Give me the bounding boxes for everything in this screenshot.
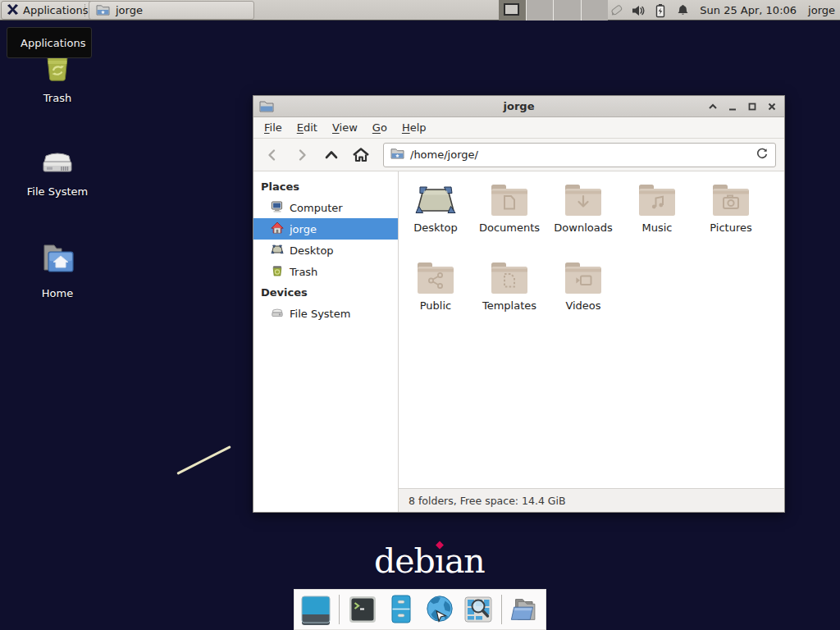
- sidebar-item-filesystem[interactable]: File System: [253, 303, 398, 324]
- desktop-mini-icon: [271, 243, 284, 258]
- file-item-label: Templates: [482, 299, 536, 312]
- show-desktop-icon[interactable]: [300, 594, 331, 625]
- sidebar-item-computer[interactable]: Computer: [253, 197, 398, 218]
- location-bar[interactable]: /home/jorge/: [383, 143, 776, 167]
- main-pane: Desktop Documents: [399, 171, 784, 512]
- window-titlebar[interactable]: jorge: [253, 96, 784, 117]
- file-item-videos[interactable]: Videos: [546, 259, 620, 335]
- panel-clock[interactable]: Sun 25 Apr, 10:06: [700, 4, 797, 16]
- file-item-pictures[interactable]: Pictures: [694, 181, 768, 257]
- folder-pictures-icon: [711, 181, 751, 217]
- file-item-label: Pictures: [710, 221, 751, 234]
- reload-button[interactable]: [756, 147, 769, 163]
- applications-tooltip: Applications: [7, 27, 92, 58]
- desktop-icon-home-label: Home: [42, 287, 73, 299]
- sidebar-item-home-label: jorge: [290, 223, 317, 235]
- menu-file[interactable]: File: [257, 117, 290, 138]
- menu-go[interactable]: Go: [365, 117, 395, 138]
- debian-logo: debıan: [374, 541, 485, 581]
- sidebar-item-home-jorge[interactable]: jorge: [253, 218, 398, 240]
- top-panel: Applications jorge: [0, 0, 840, 21]
- desktop-icon-filesystem[interactable]: File System: [16, 139, 98, 198]
- web-browser-icon[interactable]: [424, 594, 455, 625]
- file-icon-view[interactable]: Desktop Documents: [399, 171, 784, 488]
- desktop-icon-trash-label: Trash: [43, 92, 71, 104]
- window-body: Places Computer: [253, 171, 784, 512]
- menu-view[interactable]: View: [325, 117, 365, 138]
- xfce-menu-icon: [7, 3, 19, 18]
- computer-icon: [271, 200, 284, 216]
- desktop-icon-filesystem-label: File System: [27, 185, 88, 198]
- applications-tooltip-text: Applications: [21, 37, 85, 49]
- directory-menu-icon[interactable]: [509, 594, 541, 625]
- forward-button[interactable]: [288, 143, 316, 167]
- close-button[interactable]: [765, 101, 778, 113]
- file-item-label: Videos: [565, 299, 600, 312]
- file-item-label: Public: [420, 299, 451, 312]
- location-path-text[interactable]: /home/jorge/: [410, 148, 750, 161]
- app-finder-icon[interactable]: [463, 594, 494, 625]
- folder-documents-icon: [490, 181, 529, 217]
- applications-menu-button[interactable]: Applications: [1, 1, 95, 20]
- file-item-public[interactable]: Public: [399, 259, 472, 335]
- sidebar-item-trash[interactable]: Trash: [253, 261, 398, 282]
- sidebar-item-desktop[interactable]: Desktop: [253, 240, 398, 261]
- workspace-pager[interactable]: [499, 0, 608, 21]
- system-tray: Sun 25 Apr, 10:06 jorge: [602, 0, 835, 21]
- dock: [294, 589, 546, 630]
- workspace-1[interactable]: [499, 0, 527, 21]
- back-button[interactable]: [258, 143, 286, 167]
- up-button[interactable]: [317, 143, 345, 167]
- home-folder-icon: [36, 238, 79, 284]
- menu-bar: File Edit View Go Help: [253, 117, 784, 139]
- desktop-workspace-icon: [414, 181, 457, 217]
- folder-public-icon: [416, 259, 455, 295]
- file-item-templates[interactable]: Templates: [472, 259, 546, 335]
- panel-username[interactable]: jorge: [808, 4, 835, 16]
- marker-stroke-artifact: [176, 445, 231, 475]
- sidebar-places-header: Places: [253, 176, 398, 197]
- home-button[interactable]: [347, 143, 375, 167]
- annotation-marker-icon[interactable]: [608, 2, 624, 19]
- debian-logo-text-end: an: [445, 541, 485, 581]
- file-item-label: Downloads: [554, 221, 612, 234]
- minimize-button[interactable]: [726, 101, 738, 113]
- debian-logo-text: deb: [374, 541, 435, 581]
- sidebar-item-filesystem-label: File System: [290, 308, 350, 320]
- file-item-desktop[interactable]: Desktop: [399, 181, 472, 257]
- window-controls: [706, 96, 778, 117]
- sidebar-item-trash-label: Trash: [290, 266, 317, 278]
- workspace-window-preview: [504, 3, 519, 16]
- file-item-label: Music: [642, 221, 673, 234]
- file-item-downloads[interactable]: Downloads: [546, 181, 620, 257]
- file-manager-icon[interactable]: [386, 594, 417, 625]
- maximize-button[interactable]: [746, 101, 758, 113]
- folder-templates-icon: [490, 259, 529, 295]
- shade-button[interactable]: [706, 101, 719, 113]
- folder-music-icon: [637, 181, 677, 217]
- hard-drive-icon: [38, 139, 77, 182]
- menu-help[interactable]: Help: [395, 117, 434, 138]
- workspace-2[interactable]: [527, 0, 555, 21]
- notification-bell-icon[interactable]: [674, 2, 691, 19]
- desktop: Applications jorge: [0, 0, 840, 630]
- volume-icon[interactable]: [630, 2, 646, 19]
- terminal-icon[interactable]: [347, 594, 378, 625]
- workspace-3[interactable]: [554, 0, 582, 21]
- sidebar: Places Computer: [253, 171, 399, 512]
- status-text: 8 folders, Free space: 14.4 GiB: [409, 495, 566, 507]
- desktop-icon-home[interactable]: Home: [16, 238, 98, 299]
- toolbar: /home/jorge/: [253, 139, 784, 171]
- menu-edit[interactable]: Edit: [290, 117, 325, 138]
- location-folder-icon: [390, 147, 404, 162]
- status-bar: 8 folders, Free space: 14.4 GiB: [399, 488, 784, 512]
- applications-menu-label: Applications: [23, 4, 88, 16]
- dock-separator: [339, 595, 340, 624]
- battery-icon[interactable]: [652, 2, 669, 19]
- file-item-label: Desktop: [413, 221, 458, 234]
- taskbar-button-label: jorge: [116, 4, 143, 16]
- taskbar-button-jorge[interactable]: jorge: [89, 1, 254, 20]
- window-title: jorge: [253, 100, 784, 112]
- file-item-music[interactable]: Music: [620, 181, 694, 257]
- file-item-documents[interactable]: Documents: [472, 181, 546, 257]
